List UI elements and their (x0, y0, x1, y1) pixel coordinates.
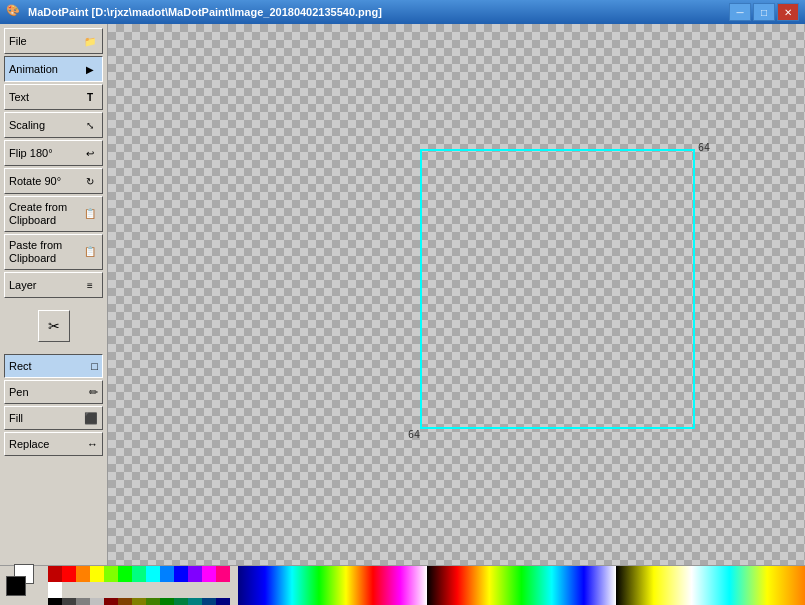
color-swatch[interactable] (174, 566, 188, 582)
handle-tr[interactable] (689, 147, 697, 155)
layer-icon: ≡ (82, 277, 98, 293)
sidebar-item-create-clipboard[interactable]: Create from Clipboard 📋 (4, 196, 103, 232)
color-swatch[interactable] (146, 598, 160, 605)
maximize-button[interactable]: □ (753, 3, 775, 21)
color-swatch[interactable] (104, 566, 118, 582)
color-swatch[interactable] (48, 566, 62, 582)
color-swatch[interactable] (118, 598, 132, 605)
sidebar-item-flip180[interactable]: Flip 180° ↩ (4, 140, 103, 166)
color-swatch[interactable] (118, 566, 132, 582)
sidebar-item-scaling[interactable]: Scaling ⤡ (4, 112, 103, 138)
sidebar-item-text[interactable]: Text T (4, 84, 103, 110)
create-clipboard-icon: 📋 (82, 206, 98, 222)
gradient-palette-3[interactable] (616, 566, 805, 605)
gradient-palette-1[interactable] (238, 566, 427, 605)
color-swatch[interactable] (216, 566, 230, 582)
color-swatch[interactable] (202, 566, 216, 582)
color-swatch[interactable] (48, 582, 62, 598)
tool-fill[interactable]: Fill ⬛ (4, 406, 103, 430)
handle-br[interactable] (689, 423, 697, 431)
sidebar-item-animation[interactable]: Animation ▶ (4, 56, 103, 82)
scaling-icon: ⤡ (82, 117, 98, 133)
replace-icon: ↔ (87, 438, 98, 450)
foreground-color-swatch[interactable] (6, 576, 26, 596)
tool-rect[interactable]: Rect □ (4, 354, 103, 378)
minimize-button[interactable]: ─ (729, 3, 751, 21)
sidebar: File 📁 Animation ▶ Text T Scaling ⤡ Flip… (0, 24, 108, 565)
pen-icon: ✏ (89, 386, 98, 399)
canvas-area[interactable]: 64 64 (108, 24, 805, 565)
main-layout: File 📁 Animation ▶ Text T Scaling ⤡ Flip… (0, 24, 805, 565)
sidebar-item-paste-clipboard[interactable]: Paste from Clipboard 📋 (4, 234, 103, 270)
color-swatch[interactable] (216, 598, 230, 605)
color-swatch[interactable] (62, 566, 76, 582)
selection-rect (420, 149, 695, 429)
color-swatch[interactable] (188, 598, 202, 605)
sidebar-item-file[interactable]: File 📁 (4, 28, 103, 54)
color-swatch[interactable] (202, 598, 216, 605)
paste-clipboard-icon: 📋 (82, 244, 98, 260)
color-swatch[interactable] (90, 598, 104, 605)
color-swatch[interactable] (160, 566, 174, 582)
animation-icon: ▶ (82, 61, 98, 77)
fill-icon: ⬛ (84, 412, 98, 425)
app-icon: 🎨 (6, 4, 22, 20)
basic-palette[interactable] (48, 566, 238, 605)
color-swatch[interactable] (132, 598, 146, 605)
color-swatch[interactable] (160, 598, 174, 605)
handle-tm[interactable] (554, 147, 562, 155)
text-icon: T (82, 89, 98, 105)
flip-icon: ↩ (82, 145, 98, 161)
cut-icon: ✂ (48, 318, 60, 334)
handle-tl[interactable] (418, 147, 426, 155)
color-swatch[interactable] (62, 598, 76, 605)
rotate-icon: ↻ (82, 173, 98, 189)
color-swatch[interactable] (76, 566, 90, 582)
color-swatch[interactable] (188, 566, 202, 582)
tool-pen[interactable]: Pen ✏ (4, 380, 103, 404)
sidebar-item-layer[interactable]: Layer ≡ (4, 272, 103, 298)
size-label-top-right: 64 (698, 142, 710, 153)
handle-bm[interactable] (554, 423, 562, 431)
cut-button[interactable]: ✂ (38, 310, 70, 342)
file-icon: 📁 (82, 33, 98, 49)
color-swatch[interactable] (174, 598, 188, 605)
colorbar (0, 565, 805, 605)
handle-mr[interactable] (689, 285, 697, 293)
color-swatch[interactable] (48, 598, 62, 605)
color-swatch[interactable] (104, 598, 118, 605)
size-label-bottom-left: 64 (408, 429, 420, 440)
color-swatch[interactable] (90, 566, 104, 582)
sidebar-item-rotate90[interactable]: Rotate 90° ↻ (4, 168, 103, 194)
titlebar: 🎨 MaDotPaint [D:\rjxz\madot\MaDotPaint\I… (0, 0, 805, 24)
window-title: MaDotPaint [D:\rjxz\madot\MaDotPaint\Ima… (28, 6, 729, 18)
close-button[interactable]: ✕ (777, 3, 799, 21)
color-swatch[interactable] (76, 598, 90, 605)
color-swatch[interactable] (146, 566, 160, 582)
handle-bl[interactable] (418, 423, 426, 431)
handle-ml[interactable] (418, 285, 426, 293)
gradient-palette-2[interactable] (427, 566, 616, 605)
color-swatch[interactable] (132, 566, 146, 582)
rect-icon: □ (91, 360, 98, 372)
fg-bg-box (4, 568, 44, 606)
tool-replace[interactable]: Replace ↔ (4, 432, 103, 456)
